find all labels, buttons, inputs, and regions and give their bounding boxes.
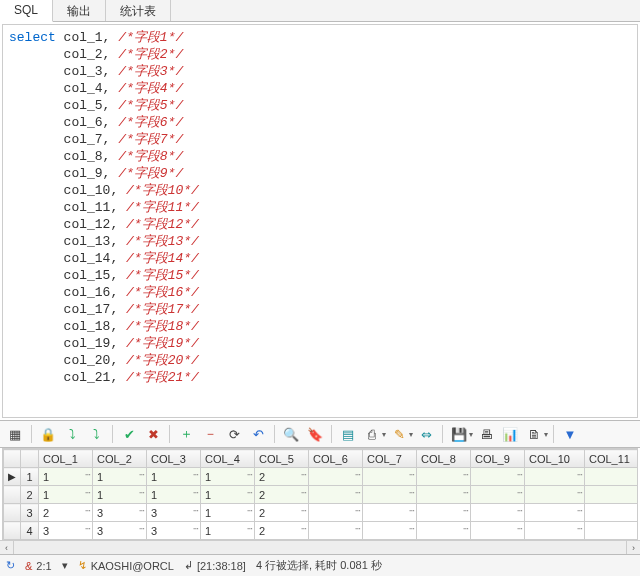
column-header[interactable]: COL_5	[255, 450, 309, 468]
grid-cell[interactable]: ···	[585, 522, 639, 540]
tab-output[interactable]: 输出	[53, 0, 106, 21]
grid-cell[interactable]: ···	[309, 504, 363, 522]
row-number[interactable]: 1	[21, 468, 39, 486]
grid-cell[interactable]: ···	[471, 522, 525, 540]
connection-icon: ↯	[78, 559, 87, 572]
grid-cell[interactable]: 2···	[255, 486, 309, 504]
add-row-icon[interactable]: ＋	[175, 423, 197, 445]
grid-cell[interactable]: ···	[471, 504, 525, 522]
fetch-all-icon[interactable]: ⤵	[85, 423, 107, 445]
grid-cell[interactable]: 1···	[201, 486, 255, 504]
grid-cell[interactable]: ···	[363, 504, 417, 522]
row-pointer[interactable]	[4, 504, 21, 522]
grid-cell[interactable]: ···	[309, 468, 363, 486]
rollback-icon[interactable]: ✖	[142, 423, 164, 445]
separator	[331, 425, 332, 443]
grid-cell[interactable]: 3···	[147, 522, 201, 540]
save-icon[interactable]: 💾	[448, 423, 470, 445]
refresh-row-icon[interactable]: ⟳	[223, 423, 245, 445]
chart-icon[interactable]: 📊	[499, 423, 521, 445]
column-header[interactable]: COL_7	[363, 450, 417, 468]
grid-cell[interactable]: ···	[417, 486, 471, 504]
grid-cell[interactable]: ···	[363, 522, 417, 540]
grid-cell[interactable]: 1···	[39, 486, 93, 504]
chevron-down-icon[interactable]: ▾	[409, 430, 413, 439]
sql-editor[interactable]: select col_1, /*字段1*/ col_2, /*字段2*/ col…	[2, 24, 638, 418]
scroll-left-icon[interactable]: ‹	[0, 541, 14, 555]
column-header[interactable]: COL_11	[585, 450, 639, 468]
grid-cell[interactable]: ···	[309, 522, 363, 540]
delete-row-icon[interactable]: －	[199, 423, 221, 445]
column-header[interactable]: COL_8	[417, 450, 471, 468]
grid-cell[interactable]: 2···	[255, 468, 309, 486]
grid-cell[interactable]: ···	[471, 486, 525, 504]
grid-cell[interactable]: 2···	[39, 504, 93, 522]
row-pointer[interactable]	[4, 486, 21, 504]
link-icon[interactable]: ⇔	[415, 423, 437, 445]
grid-corner	[4, 450, 21, 468]
bookmark-icon[interactable]: 🔖	[304, 423, 326, 445]
column-header[interactable]: COL_4	[201, 450, 255, 468]
grid-cell[interactable]: 1···	[201, 522, 255, 540]
grid-cell[interactable]: ···	[309, 486, 363, 504]
column-header[interactable]: COL_6	[309, 450, 363, 468]
commit-icon[interactable]: ✔	[118, 423, 140, 445]
grid-cell[interactable]: ···	[525, 486, 585, 504]
grid-cell[interactable]: 1···	[201, 468, 255, 486]
grid-cell[interactable]: ···	[417, 504, 471, 522]
column-header[interactable]: COL_1	[39, 450, 93, 468]
row-number[interactable]: 4	[21, 522, 39, 540]
result-grid[interactable]: COL_1COL_2COL_3COL_4COL_5COL_6COL_7COL_8…	[3, 449, 638, 540]
grid-view-icon[interactable]: ▦	[4, 423, 26, 445]
grid-cell[interactable]: ···	[585, 486, 639, 504]
grid-cell[interactable]: ···	[525, 504, 585, 522]
chevron-down-icon[interactable]: ▾	[382, 430, 386, 439]
scroll-right-icon[interactable]: ›	[626, 541, 640, 555]
chevron-down-icon[interactable]: ▾	[469, 430, 473, 439]
undo-icon[interactable]: ↶	[247, 423, 269, 445]
chevron-down-icon[interactable]: ▾	[544, 430, 548, 439]
grid-cell[interactable]: 2···	[255, 504, 309, 522]
column-header[interactable]: COL_3	[147, 450, 201, 468]
print-icon[interactable]: 🖶	[475, 423, 497, 445]
tab-stats[interactable]: 统计表	[106, 0, 171, 21]
grid-cell[interactable]: ···	[525, 468, 585, 486]
column-header[interactable]: COL_9	[471, 450, 525, 468]
grid-cell[interactable]: 3···	[93, 522, 147, 540]
grid-cell[interactable]: ···	[417, 522, 471, 540]
grid-cell[interactable]: 3···	[39, 522, 93, 540]
grid-cell[interactable]: 1···	[39, 468, 93, 486]
columns-icon[interactable]: ⎙	[361, 423, 383, 445]
grid-cell[interactable]: ···	[585, 468, 639, 486]
column-header[interactable]: COL_10	[525, 450, 585, 468]
find-icon[interactable]: 🔍	[280, 423, 302, 445]
export-icon[interactable]: 🗎	[523, 423, 545, 445]
single-record-icon[interactable]: ▤	[337, 423, 359, 445]
status-bar: ↻ & 2:1 ▾ ↯ KAOSHI@ORCL ↲ [21:38:18] 4 行…	[0, 554, 640, 576]
column-header[interactable]: COL_2	[93, 450, 147, 468]
grid-cell[interactable]: ···	[417, 468, 471, 486]
row-number[interactable]: 2	[21, 486, 39, 504]
fetch-page-icon[interactable]: ⤵	[61, 423, 83, 445]
grid-cell[interactable]: 3···	[147, 504, 201, 522]
grid-cell[interactable]: 1···	[93, 486, 147, 504]
grid-cell[interactable]: 1···	[147, 486, 201, 504]
row-pointer[interactable]: ▶	[4, 468, 21, 486]
grid-cell[interactable]: 1···	[201, 504, 255, 522]
grid-cell[interactable]: ···	[585, 504, 639, 522]
grid-cell[interactable]: ···	[363, 486, 417, 504]
row-number[interactable]: 3	[21, 504, 39, 522]
grid-cell[interactable]: 1···	[147, 468, 201, 486]
edit-cell-icon[interactable]: ✎	[388, 423, 410, 445]
grid-cell[interactable]: 3···	[93, 504, 147, 522]
grid-cell[interactable]: ···	[471, 468, 525, 486]
grid-cell[interactable]: 1···	[93, 468, 147, 486]
row-pointer[interactable]	[4, 522, 21, 540]
grid-cell[interactable]: ···	[363, 468, 417, 486]
lock-icon[interactable]: 🔒	[37, 423, 59, 445]
tab-sql[interactable]: SQL	[0, 0, 53, 22]
filter-icon[interactable]: ▼	[559, 423, 581, 445]
horizontal-scrollbar[interactable]: ‹ ›	[0, 540, 640, 554]
grid-cell[interactable]: 2···	[255, 522, 309, 540]
grid-cell[interactable]: ···	[525, 522, 585, 540]
